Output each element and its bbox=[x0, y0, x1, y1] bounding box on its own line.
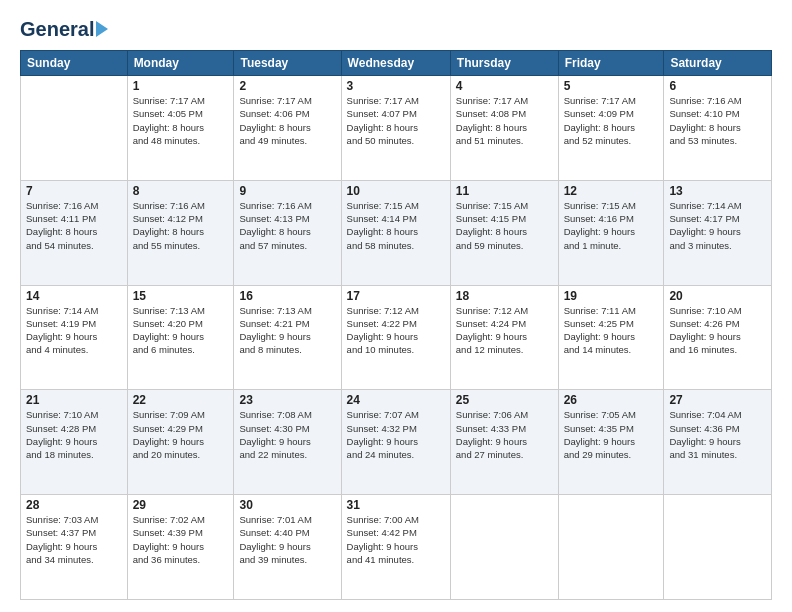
cell-info: Sunrise: 7:16 AM Sunset: 4:12 PM Dayligh… bbox=[133, 199, 229, 252]
cell-info: Sunrise: 7:16 AM Sunset: 4:10 PM Dayligh… bbox=[669, 94, 766, 147]
cell-info: Sunrise: 7:08 AM Sunset: 4:30 PM Dayligh… bbox=[239, 408, 335, 461]
day-number: 23 bbox=[239, 393, 335, 407]
calendar-cell: 31Sunrise: 7:00 AM Sunset: 4:42 PM Dayli… bbox=[341, 495, 450, 600]
day-number: 26 bbox=[564, 393, 659, 407]
calendar-cell: 6Sunrise: 7:16 AM Sunset: 4:10 PM Daylig… bbox=[664, 76, 772, 181]
day-number: 13 bbox=[669, 184, 766, 198]
cell-info: Sunrise: 7:13 AM Sunset: 4:20 PM Dayligh… bbox=[133, 304, 229, 357]
logo: General bbox=[20, 18, 108, 40]
cell-info: Sunrise: 7:17 AM Sunset: 4:09 PM Dayligh… bbox=[564, 94, 659, 147]
cell-info: Sunrise: 7:14 AM Sunset: 4:19 PM Dayligh… bbox=[26, 304, 122, 357]
calendar-cell: 3Sunrise: 7:17 AM Sunset: 4:07 PM Daylig… bbox=[341, 76, 450, 181]
day-number: 3 bbox=[347, 79, 445, 93]
day-number: 5 bbox=[564, 79, 659, 93]
day-number: 21 bbox=[26, 393, 122, 407]
day-number: 24 bbox=[347, 393, 445, 407]
column-header-friday: Friday bbox=[558, 51, 664, 76]
day-number: 9 bbox=[239, 184, 335, 198]
calendar-cell: 12Sunrise: 7:15 AM Sunset: 4:16 PM Dayli… bbox=[558, 180, 664, 285]
calendar-cell: 7Sunrise: 7:16 AM Sunset: 4:11 PM Daylig… bbox=[21, 180, 128, 285]
calendar-cell: 15Sunrise: 7:13 AM Sunset: 4:20 PM Dayli… bbox=[127, 285, 234, 390]
calendar-cell bbox=[664, 495, 772, 600]
calendar-cell: 23Sunrise: 7:08 AM Sunset: 4:30 PM Dayli… bbox=[234, 390, 341, 495]
day-number: 31 bbox=[347, 498, 445, 512]
day-number: 12 bbox=[564, 184, 659, 198]
calendar-page: General SundayMondayTuesdayWednesdayThur… bbox=[0, 0, 792, 612]
cell-info: Sunrise: 7:15 AM Sunset: 4:14 PM Dayligh… bbox=[347, 199, 445, 252]
day-number: 11 bbox=[456, 184, 553, 198]
day-number: 4 bbox=[456, 79, 553, 93]
week-row-2: 7Sunrise: 7:16 AM Sunset: 4:11 PM Daylig… bbox=[21, 180, 772, 285]
cell-info: Sunrise: 7:15 AM Sunset: 4:15 PM Dayligh… bbox=[456, 199, 553, 252]
column-header-sunday: Sunday bbox=[21, 51, 128, 76]
cell-info: Sunrise: 7:16 AM Sunset: 4:11 PM Dayligh… bbox=[26, 199, 122, 252]
calendar-cell: 22Sunrise: 7:09 AM Sunset: 4:29 PM Dayli… bbox=[127, 390, 234, 495]
calendar-table: SundayMondayTuesdayWednesdayThursdayFrid… bbox=[20, 50, 772, 600]
calendar-cell: 14Sunrise: 7:14 AM Sunset: 4:19 PM Dayli… bbox=[21, 285, 128, 390]
calendar-cell: 30Sunrise: 7:01 AM Sunset: 4:40 PM Dayli… bbox=[234, 495, 341, 600]
day-number: 16 bbox=[239, 289, 335, 303]
day-number: 22 bbox=[133, 393, 229, 407]
calendar-cell: 17Sunrise: 7:12 AM Sunset: 4:22 PM Dayli… bbox=[341, 285, 450, 390]
header: General bbox=[20, 18, 772, 40]
day-number: 27 bbox=[669, 393, 766, 407]
calendar-cell: 28Sunrise: 7:03 AM Sunset: 4:37 PM Dayli… bbox=[21, 495, 128, 600]
day-number: 19 bbox=[564, 289, 659, 303]
calendar-cell: 9Sunrise: 7:16 AM Sunset: 4:13 PM Daylig… bbox=[234, 180, 341, 285]
calendar-cell: 20Sunrise: 7:10 AM Sunset: 4:26 PM Dayli… bbox=[664, 285, 772, 390]
calendar-cell bbox=[450, 495, 558, 600]
cell-info: Sunrise: 7:01 AM Sunset: 4:40 PM Dayligh… bbox=[239, 513, 335, 566]
cell-info: Sunrise: 7:06 AM Sunset: 4:33 PM Dayligh… bbox=[456, 408, 553, 461]
cell-info: Sunrise: 7:02 AM Sunset: 4:39 PM Dayligh… bbox=[133, 513, 229, 566]
cell-info: Sunrise: 7:07 AM Sunset: 4:32 PM Dayligh… bbox=[347, 408, 445, 461]
cell-info: Sunrise: 7:09 AM Sunset: 4:29 PM Dayligh… bbox=[133, 408, 229, 461]
cell-info: Sunrise: 7:11 AM Sunset: 4:25 PM Dayligh… bbox=[564, 304, 659, 357]
cell-info: Sunrise: 7:14 AM Sunset: 4:17 PM Dayligh… bbox=[669, 199, 766, 252]
cell-info: Sunrise: 7:16 AM Sunset: 4:13 PM Dayligh… bbox=[239, 199, 335, 252]
calendar-cell: 11Sunrise: 7:15 AM Sunset: 4:15 PM Dayli… bbox=[450, 180, 558, 285]
week-row-3: 14Sunrise: 7:14 AM Sunset: 4:19 PM Dayli… bbox=[21, 285, 772, 390]
logo-general: General bbox=[20, 18, 94, 40]
cell-info: Sunrise: 7:04 AM Sunset: 4:36 PM Dayligh… bbox=[669, 408, 766, 461]
calendar-cell bbox=[558, 495, 664, 600]
day-number: 25 bbox=[456, 393, 553, 407]
week-row-4: 21Sunrise: 7:10 AM Sunset: 4:28 PM Dayli… bbox=[21, 390, 772, 495]
cell-info: Sunrise: 7:13 AM Sunset: 4:21 PM Dayligh… bbox=[239, 304, 335, 357]
calendar-cell: 4Sunrise: 7:17 AM Sunset: 4:08 PM Daylig… bbox=[450, 76, 558, 181]
cell-info: Sunrise: 7:17 AM Sunset: 4:05 PM Dayligh… bbox=[133, 94, 229, 147]
column-header-monday: Monday bbox=[127, 51, 234, 76]
cell-info: Sunrise: 7:17 AM Sunset: 4:06 PM Dayligh… bbox=[239, 94, 335, 147]
calendar-cell: 5Sunrise: 7:17 AM Sunset: 4:09 PM Daylig… bbox=[558, 76, 664, 181]
day-number: 7 bbox=[26, 184, 122, 198]
day-number: 14 bbox=[26, 289, 122, 303]
day-number: 6 bbox=[669, 79, 766, 93]
cell-info: Sunrise: 7:15 AM Sunset: 4:16 PM Dayligh… bbox=[564, 199, 659, 252]
logo-arrow-icon bbox=[96, 21, 108, 37]
cell-info: Sunrise: 7:00 AM Sunset: 4:42 PM Dayligh… bbox=[347, 513, 445, 566]
calendar-cell: 8Sunrise: 7:16 AM Sunset: 4:12 PM Daylig… bbox=[127, 180, 234, 285]
cell-info: Sunrise: 7:03 AM Sunset: 4:37 PM Dayligh… bbox=[26, 513, 122, 566]
day-number: 17 bbox=[347, 289, 445, 303]
calendar-cell: 27Sunrise: 7:04 AM Sunset: 4:36 PM Dayli… bbox=[664, 390, 772, 495]
calendar-cell: 25Sunrise: 7:06 AM Sunset: 4:33 PM Dayli… bbox=[450, 390, 558, 495]
column-headers: SundayMondayTuesdayWednesdayThursdayFrid… bbox=[21, 51, 772, 76]
day-number: 2 bbox=[239, 79, 335, 93]
calendar-cell bbox=[21, 76, 128, 181]
cell-info: Sunrise: 7:10 AM Sunset: 4:28 PM Dayligh… bbox=[26, 408, 122, 461]
calendar-cell: 18Sunrise: 7:12 AM Sunset: 4:24 PM Dayli… bbox=[450, 285, 558, 390]
calendar-cell: 16Sunrise: 7:13 AM Sunset: 4:21 PM Dayli… bbox=[234, 285, 341, 390]
cell-info: Sunrise: 7:10 AM Sunset: 4:26 PM Dayligh… bbox=[669, 304, 766, 357]
column-header-thursday: Thursday bbox=[450, 51, 558, 76]
week-row-5: 28Sunrise: 7:03 AM Sunset: 4:37 PM Dayli… bbox=[21, 495, 772, 600]
cell-info: Sunrise: 7:17 AM Sunset: 4:07 PM Dayligh… bbox=[347, 94, 445, 147]
calendar-cell: 19Sunrise: 7:11 AM Sunset: 4:25 PM Dayli… bbox=[558, 285, 664, 390]
day-number: 10 bbox=[347, 184, 445, 198]
day-number: 29 bbox=[133, 498, 229, 512]
cell-info: Sunrise: 7:17 AM Sunset: 4:08 PM Dayligh… bbox=[456, 94, 553, 147]
cell-info: Sunrise: 7:05 AM Sunset: 4:35 PM Dayligh… bbox=[564, 408, 659, 461]
calendar-cell: 10Sunrise: 7:15 AM Sunset: 4:14 PM Dayli… bbox=[341, 180, 450, 285]
cell-info: Sunrise: 7:12 AM Sunset: 4:24 PM Dayligh… bbox=[456, 304, 553, 357]
calendar-cell: 13Sunrise: 7:14 AM Sunset: 4:17 PM Dayli… bbox=[664, 180, 772, 285]
calendar-cell: 26Sunrise: 7:05 AM Sunset: 4:35 PM Dayli… bbox=[558, 390, 664, 495]
calendar-cell: 21Sunrise: 7:10 AM Sunset: 4:28 PM Dayli… bbox=[21, 390, 128, 495]
